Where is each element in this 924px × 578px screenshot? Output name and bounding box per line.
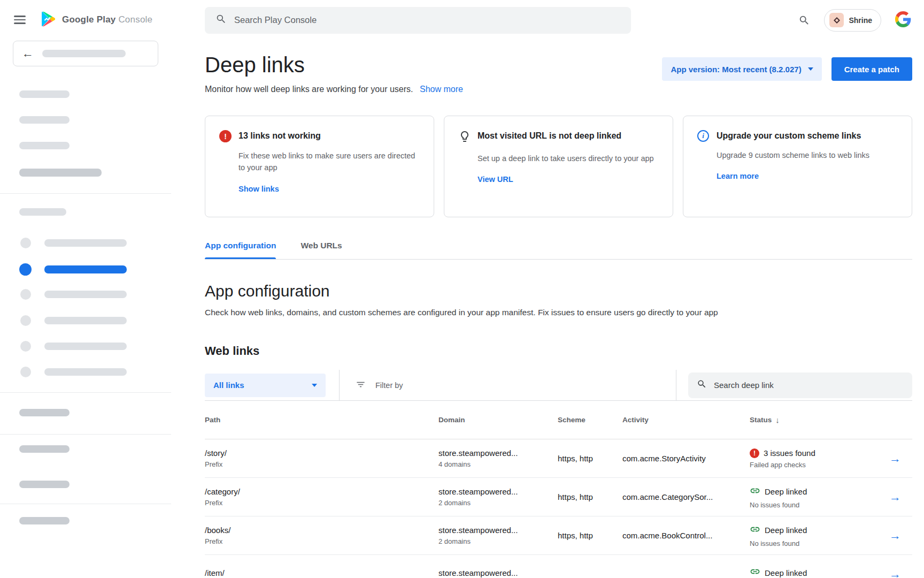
arrow-right-icon[interactable]: → [878, 453, 912, 465]
card-body: Set up a deep link to take users directl… [478, 153, 659, 164]
scheme-value: https, http [558, 454, 622, 463]
deep-link-search[interactable] [688, 372, 912, 398]
skeleton-bar [42, 50, 126, 57]
play-console-logo[interactable]: Google Play Console [40, 10, 152, 30]
skeleton-bar [19, 445, 70, 453]
create-patch-button[interactable]: Create a patch [831, 57, 912, 81]
app-version-dropdown[interactable]: App version: Most recent (8.2.027) [662, 57, 821, 81]
link-icon [750, 485, 760, 498]
divider [0, 504, 171, 504]
app-selector-label: Shrine [849, 16, 872, 25]
skeleton-avatar [20, 341, 31, 352]
activity-value: com.acme.StoryActivity [622, 454, 750, 463]
search-icon-button[interactable] [798, 14, 810, 26]
card-upgrade-schemes: i Upgrade your custom scheme links Upgra… [683, 116, 912, 217]
topbar: Shrine [171, 0, 924, 40]
active-nav-label-bar [44, 265, 127, 273]
status-value: Deep linked [765, 568, 807, 577]
card-title: Upgrade your custom scheme links [717, 130, 898, 142]
card-title: Most visited URL is not deep linked [478, 130, 659, 145]
arrow-right-icon[interactable]: → [878, 530, 912, 542]
link-icon [750, 566, 760, 578]
table-row[interactable]: /story/ Prefix store.steampowered... 4 d… [205, 439, 912, 478]
tab-bar: App configuration Web URLs [205, 241, 912, 260]
active-nav-icon [19, 263, 32, 276]
chevron-down-icon [312, 384, 317, 387]
error-icon: ! [219, 130, 232, 142]
path-type: Prefix [205, 537, 438, 545]
skeleton-bar [19, 142, 70, 149]
skeleton-bar [19, 208, 66, 216]
tab-app-configuration[interactable]: App configuration [205, 241, 276, 259]
card-title: 13 links not working [238, 130, 420, 142]
table-row[interactable]: /category/ Prefix store.steampowered... … [205, 478, 912, 516]
web-links-title: Web links [205, 344, 912, 358]
domain-count: 2 domains [438, 499, 558, 507]
back-arrow-icon[interactable]: ← [22, 48, 34, 59]
path-value: /story/ [205, 448, 438, 458]
global-search[interactable] [205, 7, 631, 34]
domain-value: store.steampowered... [438, 448, 558, 458]
tab-web-urls[interactable]: Web URLs [301, 241, 342, 259]
domain-value: store.steampowered... [438, 568, 558, 577]
path-type: Prefix [205, 460, 438, 468]
table-row[interactable]: /books/ Prefix store.steampowered... 2 d… [205, 516, 912, 555]
table-header: Path Domain Scheme Activity Status ↓ [205, 401, 912, 439]
error-icon: ! [750, 448, 759, 458]
domain-value: store.steampowered... [438, 487, 558, 496]
chevron-down-icon [808, 67, 813, 71]
scheme-value: https, http [558, 531, 622, 540]
filter-by-label: Filter by [375, 381, 403, 390]
filter-by-control[interactable]: Filter by [340, 379, 676, 391]
header-actions: App version: Most recent (8.2.027) Creat… [662, 53, 912, 94]
arrow-right-icon[interactable]: → [878, 568, 912, 578]
sidebar-header: Google Play Console [0, 0, 171, 40]
play-console-search-input[interactable] [234, 15, 620, 25]
show-more-link[interactable]: Show more [420, 85, 463, 94]
skeleton-avatar [20, 315, 31, 326]
play-console-logo-icon [40, 10, 57, 30]
skeleton-bar [44, 368, 127, 376]
skeleton-bar [19, 116, 70, 124]
google-logo-icon[interactable] [895, 11, 911, 29]
skeleton-bar [44, 291, 127, 298]
page-title: Deep links [205, 53, 463, 77]
sidebar: Google Play Console ← [0, 0, 171, 578]
view-url-link[interactable]: View URL [478, 175, 659, 184]
skeleton-avatar [20, 238, 31, 248]
search-icon [697, 379, 707, 391]
info-icon: i [697, 130, 709, 142]
learn-more-link[interactable]: Learn more [717, 172, 898, 180]
skeleton-bar [44, 239, 127, 247]
divider [0, 193, 171, 194]
card-body: Fix these web links to make sure users a… [238, 150, 420, 174]
path-value: /books/ [205, 526, 438, 535]
app-version-label: App version: Most recent (8.2.027) [671, 65, 801, 74]
app-selector-chip[interactable]: Shrine [824, 9, 881, 32]
link-icon [750, 524, 760, 537]
column-header-path: Path [205, 416, 438, 424]
hamburger-menu-icon[interactable] [14, 13, 26, 26]
links-filter-dropdown[interactable]: All links [205, 374, 326, 397]
card-body: Upgrade 9 custom scheme links to web lin… [717, 149, 898, 161]
scheme-value: https, http [558, 492, 622, 501]
links-filter-label: All links [213, 381, 244, 390]
skeleton-avatar [20, 289, 31, 300]
page-header: Deep links Monitor how well deep links a… [205, 53, 912, 94]
lightbulb-icon [458, 130, 478, 145]
column-header-status[interactable]: Status ↓ [750, 415, 878, 424]
table-row[interactable]: /item/ store.steampowered... Deep linked… [205, 555, 912, 578]
back-navigation[interactable]: ← [13, 41, 158, 66]
show-links-link[interactable]: Show links [238, 185, 420, 193]
divider [0, 392, 171, 393]
divider [676, 370, 676, 401]
topbar-actions: Shrine [798, 9, 911, 32]
filter-icon [356, 379, 366, 391]
arrow-right-icon[interactable]: → [878, 491, 912, 503]
skeleton-bar [19, 517, 70, 524]
skeleton-bar [44, 343, 127, 350]
deep-link-search-input[interactable] [714, 381, 904, 390]
shrine-app-icon [829, 13, 844, 27]
column-header-scheme: Scheme [558, 416, 622, 424]
domain-count: 2 domains [438, 537, 558, 545]
